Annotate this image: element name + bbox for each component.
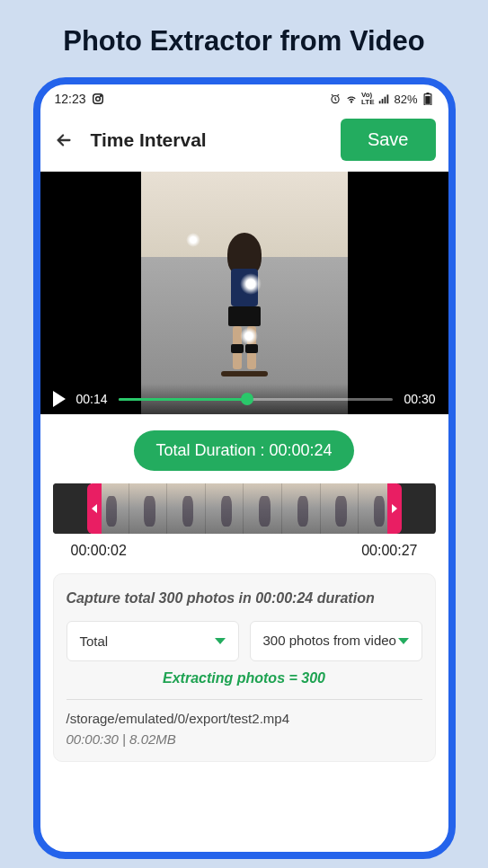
seek-bar[interactable] [119,398,394,401]
capture-card: Capture total 300 photos in 00:00:24 dur… [53,573,436,762]
trim-start-handle[interactable] [87,483,102,534]
signal-icon [377,93,390,105]
svg-rect-5 [382,99,384,103]
trim-end-handle[interactable] [387,483,402,534]
status-time: 12:23 [55,92,86,106]
alarm-icon [329,93,342,105]
battery-percent: 82% [394,93,417,106]
svg-rect-4 [379,101,381,103]
divider [67,699,422,700]
svg-point-2 [100,95,101,96]
duration-badge: Total Duration : 00:00:24 [134,430,353,471]
status-bar: 12:23 Vo)LTE 82% [40,84,448,110]
video-player[interactable]: 00:14 00:30 [40,172,448,414]
trim-start-time: 00:00:02 [71,543,127,559]
svg-point-1 [95,97,100,102]
back-button[interactable] [53,129,75,151]
video-frame [141,172,348,414]
mode-dropdown[interactable]: Total [67,621,239,661]
trim-timeline[interactable] [53,483,436,534]
chevron-down-icon [215,638,226,644]
seek-thumb[interactable] [241,393,253,405]
play-button[interactable] [53,391,66,407]
count-dropdown-label: 300 photos from video [263,633,396,650]
wifi-icon [345,93,358,105]
mode-dropdown-label: Total [80,633,109,649]
extracting-status: Extracting photos = 300 [67,670,422,686]
phone-frame: 12:23 Vo)LTE 82% Time Interval Save [33,77,456,859]
file-meta: 00:00:30 | 8.02MB [67,731,422,747]
trim-end-time: 00:00:27 [361,543,417,559]
count-dropdown[interactable]: 300 photos from video [250,621,422,661]
volte-icon: Vo)LTE [361,92,375,106]
svg-rect-10 [425,96,430,104]
svg-rect-7 [387,94,389,103]
file-path: /storage/emulated/0/export/test2.mp4 [67,711,422,726]
svg-rect-6 [385,97,386,104]
battery-icon [421,93,434,105]
chevron-down-icon [398,638,409,644]
page-title: Photo Extractor from Video [0,0,488,77]
save-button[interactable]: Save [341,119,436,161]
app-bar: Time Interval Save [40,110,448,172]
player-controls: 00:14 00:30 [40,384,448,414]
instagram-icon [92,93,104,105]
capture-summary: Capture total 300 photos in 00:00:24 dur… [67,589,422,608]
current-time: 00:14 [76,392,108,406]
screen-title: Time Interval [91,129,324,151]
total-time: 00:30 [404,392,435,406]
